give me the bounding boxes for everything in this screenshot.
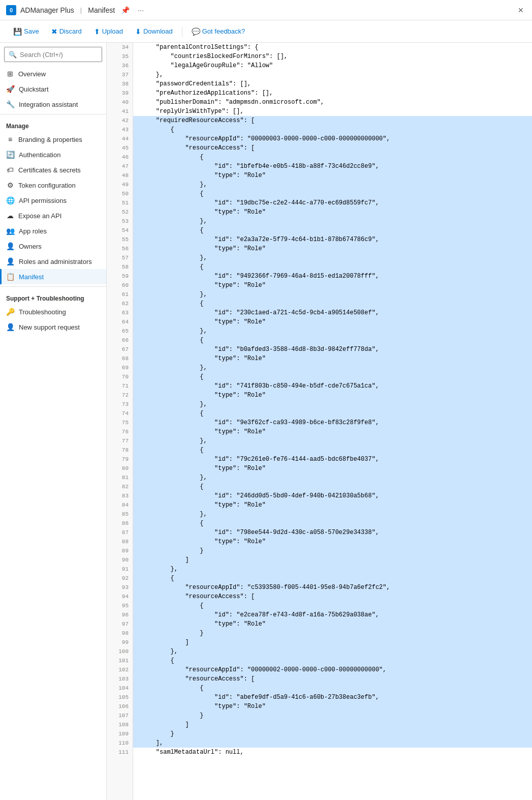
toolbar: 💾 Save ✖ Discard ⬆ Upload ⬇ Download 💬 G…: [0, 20, 532, 43]
line-number: 43: [107, 125, 133, 134]
line-number: 58: [107, 262, 133, 272]
search-box[interactable]: 🔍 «: [4, 47, 102, 62]
save-button[interactable]: 💾 Save: [8, 25, 44, 38]
line-number: 61: [107, 290, 133, 299]
sidebar-item-certificates[interactable]: 🏷 Certificates & secrets: [0, 162, 106, 177]
code-text: {: [133, 519, 203, 528]
nav-divider-2: [0, 286, 106, 287]
toolbar-separator: [182, 26, 182, 37]
sidebar-item-integration[interactable]: 🔧 Integration assistant: [0, 97, 106, 112]
line-number: 69: [107, 363, 133, 372]
line-number: 50: [107, 189, 133, 198]
code-text: "resourceAppId": "00000002-0000-0000-c00…: [133, 665, 386, 674]
code-line: "type": "Role": [133, 244, 532, 253]
discard-button[interactable]: ✖ Discard: [46, 25, 87, 38]
code-line: "type": "Role": [133, 391, 532, 400]
line-number: 87: [107, 528, 133, 537]
line-number: 68: [107, 354, 133, 363]
support-section-label: Support + Troubleshooting: [0, 289, 106, 304]
code-line: "resourceAppId": "00000002-0000-0000-c00…: [133, 665, 532, 674]
line-number: 62: [107, 299, 133, 308]
code-line: "legalAgeGroupRule": "Allow": [133, 61, 532, 70]
line-number: 64: [107, 317, 133, 327]
sidebar-item-approles[interactable]: 👥 App roles: [0, 223, 106, 239]
content-area[interactable]: 3435363738394041424344454647484950515253…: [107, 43, 532, 800]
sidebar-item-api[interactable]: 🌐 API permissions: [0, 193, 106, 208]
code-line: "id": "9492366f-7969-46a4-8d15-ed1a20078…: [133, 272, 532, 281]
code-line: "preAuthorizedApplications": [],: [133, 88, 532, 98]
line-number: 108: [107, 720, 133, 729]
code-line: },: [133, 510, 532, 519]
code-line: }: [133, 711, 532, 720]
code-line: {: [133, 574, 532, 583]
search-input[interactable]: [20, 51, 105, 58]
code-line: "type": "Role": [133, 281, 532, 290]
code-text: "id": "1bfefb4e-e0b5-418b-a88f-73c46d2cc…: [133, 162, 379, 171]
code-line: {: [133, 684, 532, 693]
line-number: 34: [107, 43, 133, 52]
line-number: 83: [107, 491, 133, 500]
sidebar-item-branding[interactable]: ≡ Branding & properties: [0, 132, 106, 147]
sidebar-item-quickstart[interactable]: 🚀 Quickstart: [0, 81, 106, 97]
code-line: ]: [133, 555, 532, 565]
code-line: }: [133, 546, 532, 555]
app-icon: 0: [6, 5, 16, 15]
pin-button[interactable]: 📌: [119, 5, 132, 15]
line-number: 93: [107, 583, 133, 592]
sidebar-item-label: Overview: [18, 70, 46, 78]
line-number: 105: [107, 693, 133, 702]
page-title: Manifest: [88, 6, 115, 14]
line-number: 47: [107, 162, 133, 171]
upload-button[interactable]: ⬆ Upload: [89, 25, 128, 38]
line-number: 55: [107, 235, 133, 244]
sidebar-item-authentication[interactable]: 🔄 Authentication: [0, 147, 106, 162]
code-line: "publisherDomain": "admpmsdn.onmicrosoft…: [133, 98, 532, 107]
code-text: "passwordCredentials": [],: [133, 79, 251, 88]
code-text: "type": "Role": [133, 619, 266, 629]
line-number: 51: [107, 198, 133, 208]
sidebar-item-troubleshooting[interactable]: 🔑 Troubleshooting: [0, 304, 106, 319]
code-line: {: [133, 656, 532, 665]
code-text: },: [133, 217, 207, 226]
code-text: {: [133, 189, 203, 198]
code-text: "id": "798ee544-9d2d-430c-a058-570e29e34…: [133, 528, 379, 537]
feedback-button[interactable]: 💬 Got feedback?: [186, 25, 251, 38]
code-line: "type": "Role": [133, 702, 532, 711]
close-button[interactable]: ✕: [516, 5, 526, 15]
sidebar-item-owners[interactable]: 👤 Owners: [0, 239, 106, 254]
sidebar-item-roles[interactable]: 👤 Roles and administrators: [0, 254, 106, 269]
sidebar-item-label: Expose an API: [18, 212, 61, 220]
sidebar-item-token[interactable]: ⚙ Token configuration: [0, 177, 106, 193]
more-button[interactable]: ···: [136, 5, 146, 15]
code-text: "type": "Role": [133, 537, 266, 546]
download-button[interactable]: ⬇ Download: [130, 25, 178, 38]
line-number: 54: [107, 226, 133, 235]
code-text: },: [133, 473, 207, 482]
code-text: },: [133, 436, 207, 446]
cert-icon: 🏷: [6, 166, 14, 174]
line-number: 89: [107, 546, 133, 555]
app-name: ADManager Plus: [20, 6, 74, 14]
code-text: "samlMetadataUrl": null,: [133, 748, 244, 757]
line-number: 107: [107, 711, 133, 720]
sidebar-item-label: Quickstart: [19, 85, 49, 93]
line-number: 71: [107, 381, 133, 391]
sidebar-item-support[interactable]: 👤 New support request: [0, 319, 106, 335]
code-text: },: [133, 180, 207, 189]
sidebar-item-manifest[interactable]: 📋 Manifest: [0, 269, 106, 284]
sidebar-item-expose[interactable]: ☁ Expose an API: [0, 208, 106, 223]
sidebar-item-label: Troubleshooting: [19, 308, 66, 316]
line-number: 60: [107, 281, 133, 290]
line-number: 96: [107, 610, 133, 619]
line-number: 84: [107, 500, 133, 510]
code-line: }: [133, 629, 532, 638]
sidebar-item-overview[interactable]: ⊞ Overview: [0, 66, 106, 81]
code-text: "type": "Role": [133, 208, 266, 217]
code-line: "id": "230c1aed-a721-4c5d-9cb4-a90514e50…: [133, 308, 532, 317]
code-line: "id": "798ee544-9d2d-430c-a058-570e29e34…: [133, 528, 532, 537]
code-line: },: [133, 290, 532, 299]
line-number: 48: [107, 171, 133, 180]
manifest-icon: 📋: [6, 273, 15, 281]
code-text: }: [133, 729, 174, 738]
line-number: 45: [107, 143, 133, 153]
